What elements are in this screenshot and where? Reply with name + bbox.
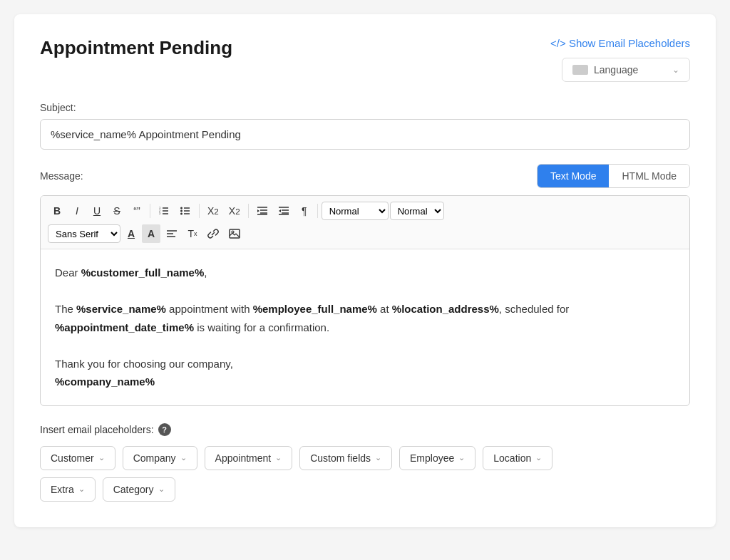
placeholder-customer-name: %customer_full_name% (81, 266, 205, 279)
svg-point-9 (180, 207, 182, 209)
customer-placeholder-label: Customer (51, 452, 94, 464)
format-select-2[interactable]: Normal Small Large (390, 202, 444, 220)
format-select-1[interactable]: Normal Heading 1 Heading 2 (322, 202, 389, 220)
help-icon[interactable]: ? (158, 423, 171, 436)
image-button[interactable] (225, 224, 245, 243)
language-dropdown-left: Language (572, 64, 638, 76)
language-dropdown[interactable]: Language ⌄ (562, 58, 690, 82)
custom-fields-placeholder-label: Custom fields (310, 452, 371, 464)
message-header: Message: Text Mode HTML Mode (40, 164, 690, 188)
custom-fields-chevron-icon: ⌄ (375, 453, 381, 462)
placeholder-location-address: %location_address% (392, 303, 499, 315)
toolbar: B I U S “” 1 2 3 (41, 196, 689, 249)
placeholder-employee-name: %employee_full_name% (253, 303, 377, 315)
align-button[interactable] (162, 224, 182, 243)
placeholder-service-name: %service_name% (76, 303, 166, 315)
subscript-button[interactable]: X2 (203, 202, 223, 220)
svg-rect-23 (230, 229, 240, 238)
editor-wrapper: B I U S “” 1 2 3 (40, 195, 690, 406)
font-family-select[interactable]: Sans Serif Serif Monospace (48, 224, 120, 243)
placeholder-buttons: Customer ⌄ Company ⌄ Appointment ⌄ Custo… (40, 446, 690, 470)
category-chevron-icon: ⌄ (158, 484, 165, 494)
insert-placeholders-section: Insert email placeholders: ? Customer ⌄ … (40, 423, 690, 502)
appointment-placeholder-btn[interactable]: Appointment ⌄ (205, 446, 293, 470)
subject-input[interactable] (40, 119, 690, 150)
toolbar-sep-3 (248, 204, 249, 218)
customer-chevron-icon: ⌄ (98, 453, 105, 462)
language-label: Language (594, 64, 638, 76)
employee-placeholder-btn[interactable]: Employee ⌄ (399, 446, 475, 470)
unordered-list-button[interactable] (175, 202, 195, 220)
font-color-button[interactable]: A (122, 224, 140, 243)
bold-button[interactable]: B (48, 202, 66, 220)
toolbar-sep-2 (199, 204, 200, 218)
insert-label: Insert email placeholders: ? (40, 423, 690, 436)
category-placeholder-btn[interactable]: Category ⌄ (103, 477, 175, 502)
show-placeholders-link[interactable]: </> Show Email Placeholders (550, 37, 690, 49)
clear-format-button[interactable]: Tx (183, 224, 202, 243)
top-right: </> Show Email Placeholders Language ⌄ (550, 37, 690, 82)
blockquote-button[interactable]: “” (128, 202, 146, 220)
underline-button[interactable]: U (88, 202, 106, 220)
location-chevron-icon: ⌄ (535, 453, 542, 462)
font-bg-color-button[interactable]: A (142, 224, 160, 243)
editor-line-1: Dear %customer_full_name%, (55, 264, 675, 282)
svg-text:3: 3 (159, 212, 161, 215)
mode-buttons: Text Mode HTML Mode (537, 164, 690, 188)
svg-point-11 (180, 213, 182, 215)
html-mode-button[interactable]: HTML Mode (609, 165, 689, 187)
location-placeholder-btn[interactable]: Location ⌄ (483, 446, 552, 470)
placeholder-buttons-row2: Extra ⌄ Category ⌄ (40, 477, 690, 502)
toolbar-row2: Sans Serif Serif Monospace A A Tx (48, 224, 682, 243)
editor-line-2: The %service_name% appointment with %emp… (55, 300, 675, 336)
placeholder-appointment-datetime: %appointment_date_time% (55, 321, 194, 333)
editor-line-3: Thank you for choosing our company,%comp… (55, 355, 675, 391)
customer-placeholder-btn[interactable]: Customer ⌄ (40, 446, 115, 470)
category-placeholder-label: Category (113, 484, 154, 495)
appointment-placeholder-label: Appointment (215, 452, 272, 464)
appointment-chevron-icon: ⌄ (275, 453, 282, 462)
superscript-button[interactable]: X2 (225, 202, 245, 220)
main-container: Appointment Pending </> Show Email Place… (14, 14, 716, 527)
svg-point-24 (232, 231, 234, 233)
link-button[interactable] (203, 224, 223, 243)
extra-placeholder-btn[interactable]: Extra ⌄ (40, 477, 96, 502)
text-mode-button[interactable]: Text Mode (538, 165, 610, 187)
ordered-list-button[interactable]: 1 2 3 (154, 202, 174, 220)
editor-content[interactable]: Dear %customer_full_name%, The %service_… (41, 249, 689, 405)
paragraph-button[interactable]: ¶ (295, 202, 314, 220)
employee-chevron-icon: ⌄ (458, 453, 465, 462)
subject-row: Subject: (40, 102, 690, 164)
extra-chevron-icon: ⌄ (78, 484, 85, 494)
subject-label: Subject: (40, 102, 690, 113)
top-row: Appointment Pending </> Show Email Place… (40, 37, 690, 82)
placeholder-company-name: %company_name% (55, 375, 155, 388)
toolbar-sep-1 (150, 204, 150, 218)
strikethrough-button[interactable]: S (108, 202, 126, 220)
custom-fields-placeholder-btn[interactable]: Custom fields ⌄ (299, 446, 392, 470)
employee-placeholder-label: Employee (410, 452, 454, 464)
extra-placeholder-label: Extra (51, 484, 74, 495)
message-label: Message: (40, 170, 83, 182)
indent-right-button[interactable] (252, 202, 272, 220)
company-placeholder-label: Company (133, 452, 176, 464)
chevron-down-icon: ⌄ (672, 65, 679, 75)
language-flag (572, 65, 588, 75)
indent-left-button[interactable] (274, 202, 294, 220)
page-title: Appointment Pending (40, 37, 232, 59)
toolbar-sep-4 (317, 204, 318, 218)
location-placeholder-label: Location (493, 452, 531, 464)
svg-point-10 (180, 210, 182, 212)
company-placeholder-btn[interactable]: Company ⌄ (123, 446, 197, 470)
insert-label-text: Insert email placeholders: (40, 424, 154, 435)
italic-button[interactable]: I (68, 202, 86, 220)
company-chevron-icon: ⌄ (180, 453, 187, 462)
